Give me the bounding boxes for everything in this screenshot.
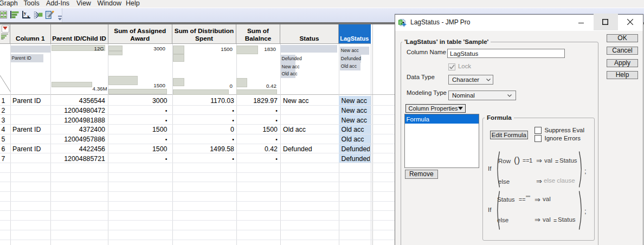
svg-text:y: y	[24, 10, 27, 16]
svg-text:x: x	[27, 14, 30, 19]
